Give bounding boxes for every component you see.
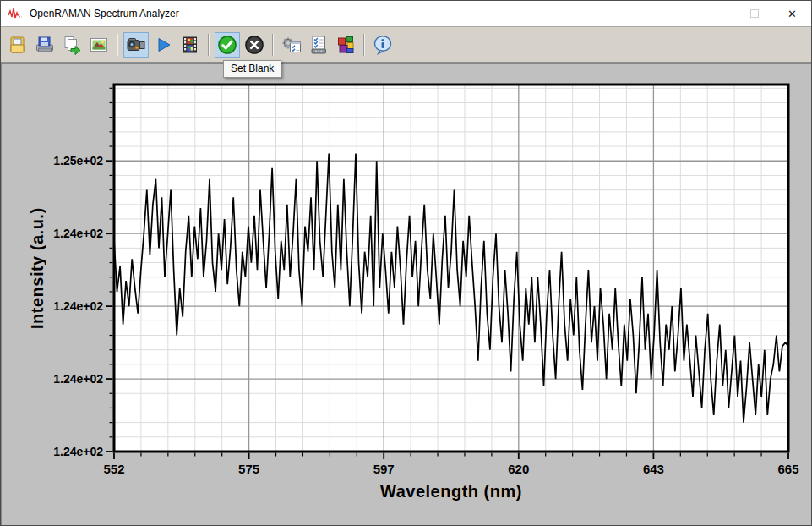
svg-text:1.24e+02: 1.24e+02 — [53, 227, 103, 240]
camera-button[interactable] — [123, 32, 149, 58]
save-icon — [35, 35, 55, 55]
open-button[interactable] — [5, 32, 30, 58]
window-title: OpenRAMAN Spectrum Analyzer — [30, 8, 179, 19]
color-blocks-icon — [335, 35, 356, 55]
export-document-icon — [62, 35, 82, 55]
app-window: OpenRAMAN Spectrum Analyzer ✕ — [0, 0, 812, 526]
svg-text:1.24e+02: 1.24e+02 — [53, 299, 103, 313]
checklist-icon — [308, 35, 329, 55]
red-spectrum-icon — [8, 6, 23, 21]
gear-checklist-icon — [281, 35, 302, 55]
toolbar-separator — [272, 34, 274, 56]
chart-panel: 5525755976206436651.25e+021.24e+021.24e+… — [1, 63, 812, 526]
play-button[interactable] — [150, 32, 176, 58]
minimize-button[interactable] — [697, 1, 735, 26]
play-icon — [153, 35, 173, 55]
tooltip-set-blank: Set Blank — [223, 60, 281, 78]
display-options-button[interactable] — [333, 32, 358, 58]
minimize-icon — [711, 14, 721, 14]
folder-open-icon — [8, 35, 28, 55]
close-icon: ✕ — [787, 8, 797, 19]
maximize-button[interactable] — [735, 1, 773, 26]
toolbar-separator — [363, 34, 365, 56]
set-blank-button[interactable] — [215, 32, 240, 58]
info-button[interactable] — [370, 32, 395, 58]
x-axis-title: Wavelength (nm) — [114, 482, 788, 501]
save-button[interactable] — [32, 32, 57, 58]
svg-text:665: 665 — [777, 462, 798, 476]
toolbar-separator — [208, 34, 210, 56]
camcorder-icon — [126, 35, 146, 55]
y-axis-title: Intensity (a.u.) — [25, 85, 49, 452]
x-circle-icon — [244, 35, 264, 55]
export-image-button[interactable] — [86, 32, 112, 58]
export-button[interactable] — [59, 32, 84, 58]
close-button[interactable]: ✕ — [773, 1, 811, 26]
svg-text:643: 643 — [643, 462, 664, 476]
info-balloon-icon — [373, 35, 393, 55]
svg-text:1.25e+02: 1.25e+02 — [53, 154, 103, 167]
video-button[interactable] — [177, 32, 203, 58]
toolbar — [1, 26, 811, 63]
svg-text:1.24e+02: 1.24e+02 — [53, 372, 103, 386]
toolbar-separator — [117, 34, 118, 56]
check-circle-icon — [217, 35, 237, 55]
svg-text:1.24e+02: 1.24e+02 — [53, 445, 103, 458]
clear-blank-button[interactable] — [242, 32, 267, 58]
titlebar[interactable]: OpenRAMAN Spectrum Analyzer ✕ — [1, 1, 811, 26]
svg-text:620: 620 — [508, 462, 529, 476]
svg-text:575: 575 — [238, 462, 259, 476]
filmstrip-icon — [180, 35, 200, 55]
svg-text:552: 552 — [103, 462, 124, 476]
maximize-icon — [750, 9, 759, 18]
image-icon — [89, 35, 109, 55]
window-controls: ✕ — [697, 1, 811, 26]
spectrum-chart: 5525755976206436651.25e+021.24e+021.24e+… — [2, 64, 812, 525]
svg-text:597: 597 — [373, 462, 395, 476]
settings-button[interactable] — [279, 32, 304, 58]
acquisition-settings-button[interactable] — [306, 32, 331, 58]
